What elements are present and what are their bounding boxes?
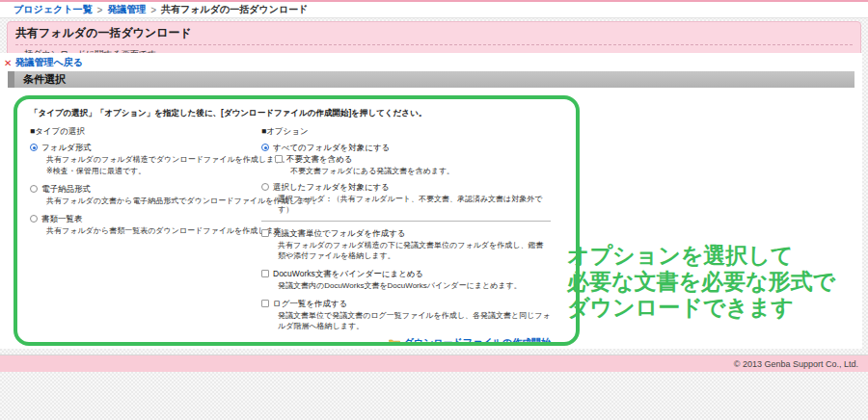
checkbox-icon[interactable] — [261, 300, 269, 307]
checkbox-docuworks-binder[interactable]: DocuWorks文書をバインダーにまとめる — [261, 268, 551, 279]
breadcrumb: プロジェクト一覧 > 発議管理 > 共有フォルダの一括ダウンロード — [0, 2, 868, 18]
back-link-label[interactable]: 発議管理へ戻る — [14, 56, 82, 69]
green-annotation-text: オプションを選択して 必要な文書を必要な形式で ダウンロードできます — [567, 243, 835, 321]
radio-icon[interactable] — [30, 215, 38, 223]
folder-download-icon[interactable] — [389, 338, 400, 346]
breadcrumb-current-page: 共有フォルダの一括ダウンロード — [161, 3, 308, 16]
create-download-file-label[interactable]: ダウンロードファイルの作成開始 — [404, 336, 551, 346]
section-title: 条件選択 — [23, 72, 66, 87]
radio-selected-folders-label[interactable]: 選択したフォルダを対象にする — [273, 181, 390, 193]
breadcrumb-link-project-list[interactable]: プロジェクト一覧 — [14, 3, 92, 16]
breadcrumb-separator: > — [150, 5, 156, 15]
radio-document-list-label[interactable]: 書類一覧表 — [41, 213, 83, 224]
radio-icon[interactable] — [261, 183, 269, 191]
radio-electronic-delivery-format[interactable]: 電子納品形式 — [30, 183, 261, 195]
type-selection-column: ■タイプの選択 フォルダ形式 共有フォルダのフォルダ構造でダウンロードファイルを… — [30, 125, 261, 346]
annotation-line: オプションを選択して — [567, 243, 835, 269]
radio-folder-format-note: ※検査・保管用に最適です。 — [46, 166, 261, 176]
close-icon[interactable]: ✕ — [4, 58, 12, 68]
radio-document-list[interactable]: 書類一覧表 — [30, 213, 261, 224]
radio-all-folders-label[interactable]: すべてのフォルダを対象にする — [273, 142, 390, 153]
checkbox-folder-per-proposal[interactable]: 発議文書単位でフォルダを作成する — [261, 227, 551, 239]
checkbox-icon[interactable] — [261, 229, 269, 237]
option-divider — [261, 221, 551, 222]
radio-electronic-delivery-label[interactable]: 電子納品形式 — [41, 183, 91, 195]
checkbox-docuworks-binder-label[interactable]: DocuWorks文書をバインダーにまとめる — [273, 268, 423, 279]
annotation-line: 必要な文書を必要な形式で — [567, 269, 835, 295]
checkbox-folder-per-proposal-desc: 共有フォルダのフォルダ構造の下に発議文書単位のフォルダを作成し、鑑書類や添付ファ… — [278, 240, 551, 261]
radio-selected-folders[interactable]: 選択したフォルダを対象にする — [261, 181, 551, 193]
copyright-text: © 2013 Genba Support Co., Ltd. — [734, 359, 858, 369]
radio-icon[interactable] — [30, 185, 38, 193]
option-column: ■オプション すべてのフォルダを対象にする 不要文書を含める 不要文書フォルダに… — [261, 125, 551, 346]
checkbox-log-list[interactable]: ログ一覧を作成する — [261, 298, 551, 309]
radio-icon[interactable] — [30, 144, 38, 151]
checkbox-folder-per-proposal-label[interactable]: 発議文書単位でフォルダを作成する — [273, 227, 406, 239]
instruction-text: 「タイプの選択」「オプション」を指定した後に、[ダウンロードファイルの作成開始]… — [30, 107, 563, 119]
radio-all-folders[interactable]: すべてのフォルダを対象にする — [261, 142, 551, 153]
page-title: 共有フォルダの一括ダウンロード — [15, 25, 853, 45]
checkbox-include-unneeded-docs[interactable]: 不要文書を含める — [275, 153, 551, 165]
radio-electronic-delivery-desc: 共有フォルダの文書から電子納品形式でダウンロードファイルを作成します。 — [46, 196, 261, 206]
checkbox-log-list-label[interactable]: ログ一覧を作成する — [273, 298, 348, 309]
option-column-header: ■オプション — [261, 125, 551, 138]
radio-document-list-desc: 共有フォルダから書類一覧表のダウンロードファイルを作成します。 — [46, 225, 261, 236]
radio-icon[interactable] — [261, 144, 269, 151]
condition-select-box: 「タイプの選択」「オプション」を指定した後に、[ダウンロードファイルの作成開始]… — [14, 95, 580, 346]
main-panel: ✕ 発議管理へ戻る 条件選択 「タイプの選択」「オプション」を指定した後に、[ダ… — [0, 53, 862, 349]
page-footer: © 2013 Genba Support Co., Ltd. — [0, 354, 868, 372]
create-download-file-link[interactable]: ダウンロードファイルの作成開始 — [261, 336, 551, 346]
checkbox-icon[interactable] — [275, 155, 283, 163]
radio-folder-format[interactable]: フォルダ形式 — [30, 142, 261, 153]
radio-folder-format-desc: 共有フォルダのフォルダ構造でダウンロードファイルを作成します。 — [46, 154, 261, 165]
checkbox-icon[interactable] — [261, 270, 269, 277]
radio-selected-folders-desc: 選択フォルダ：（共有フォルダルート、不要文書、承認済み文書は対象外です） — [278, 194, 551, 215]
radio-folder-format-label[interactable]: フォルダ形式 — [41, 142, 92, 153]
checkbox-include-unneeded-desc: 不要文書フォルダにある発議文書を含めます。 — [290, 166, 551, 176]
section-header-condition-select: 条件選択 — [8, 71, 854, 88]
back-to-proposal-management-link[interactable]: ✕ 発議管理へ戻る — [4, 56, 83, 69]
breadcrumb-link-proposal-management[interactable]: 発議管理 — [107, 3, 146, 16]
breadcrumb-separator: > — [96, 5, 102, 15]
type-column-header: ■タイプの選択 — [30, 125, 261, 138]
checkbox-docuworks-binder-desc: 発議文書内のDocuWorks文書をDocuWorksバインダーにまとめます。 — [278, 280, 551, 291]
annotation-line: ダウンロードできます — [567, 295, 835, 321]
checkbox-include-unneeded-label[interactable]: 不要文書を含める — [286, 153, 353, 165]
checkbox-log-list-desc: 発議文書単位で発議文書のログ一覧ファイルを作成し、各発議文書と同じフォルダ階層へ… — [278, 310, 551, 331]
